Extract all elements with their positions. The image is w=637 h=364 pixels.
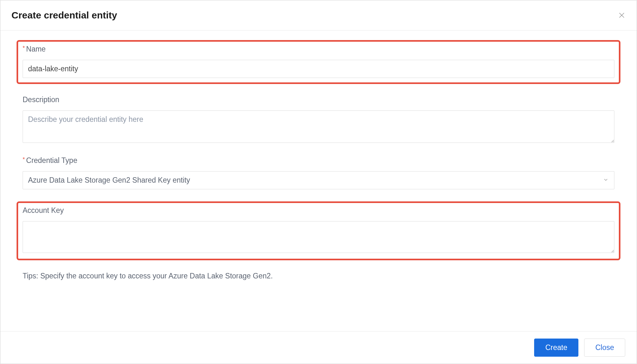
description-label: Description (23, 95, 614, 104)
credential-type-field-group: *Credential Type Azure Data Lake Storage… (23, 156, 614, 189)
dialog-header: Create credential entity (0, 0, 637, 31)
tips-wrapper: Tips: Specify the account key to access … (23, 272, 614, 280)
credential-type-select[interactable]: Azure Data Lake Storage Gen2 Shared Key … (23, 171, 614, 189)
credential-type-select-wrapper: Azure Data Lake Storage Gen2 Shared Key … (23, 171, 614, 189)
create-button[interactable]: Create (534, 339, 578, 357)
dialog-title: Create credential entity (11, 10, 117, 21)
account-key-input[interactable] (23, 221, 614, 253)
close-button[interactable]: Close (584, 339, 625, 357)
dialog-body: *Name Description *Credential Type Azure… (0, 31, 637, 331)
close-icon[interactable] (618, 11, 626, 19)
account-key-label: Account Key (23, 206, 614, 215)
name-field-group: *Name (17, 40, 620, 84)
name-input[interactable] (23, 60, 614, 78)
required-asterisk: * (23, 156, 25, 163)
name-label: *Name (23, 45, 614, 53)
description-input[interactable] (23, 110, 614, 143)
required-asterisk: * (23, 45, 25, 51)
description-field-group: Description (23, 95, 614, 144)
create-credential-dialog: Create credential entity *Name Descripti… (0, 0, 637, 364)
credential-type-label: *Credential Type (23, 156, 614, 165)
account-key-field-group: Account Key (17, 201, 620, 260)
tips-text: Tips: Specify the account key to access … (23, 272, 273, 280)
dialog-footer: Create Close (0, 331, 637, 364)
credential-type-value: Azure Data Lake Storage Gen2 Shared Key … (28, 176, 190, 185)
